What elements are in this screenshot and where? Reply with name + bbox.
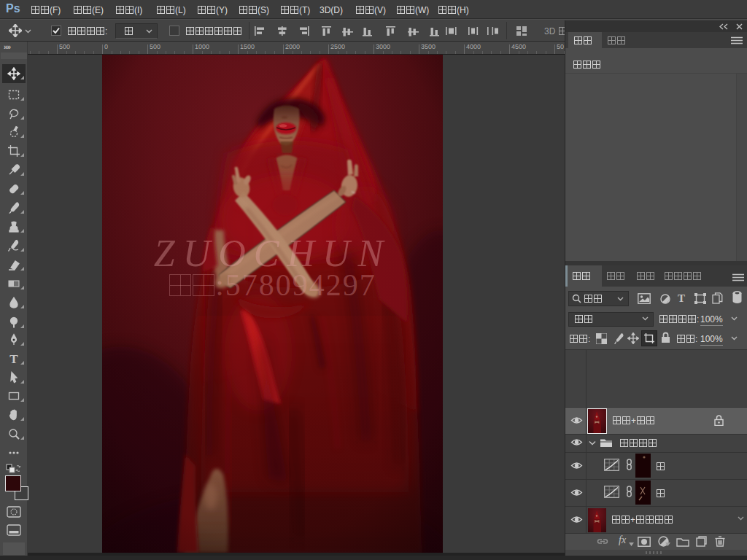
svg-text:T: T — [9, 352, 18, 365]
